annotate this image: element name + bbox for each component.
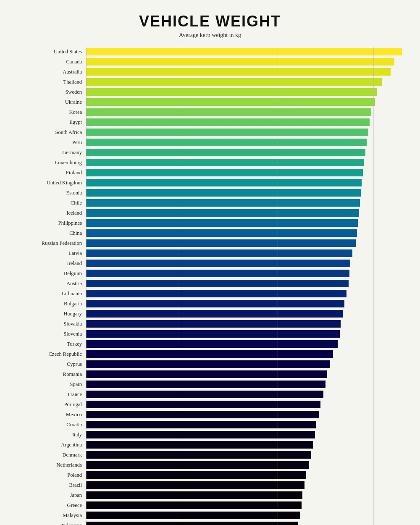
bar-row: Cyprus xyxy=(8,360,412,369)
bar-row: Peru xyxy=(8,138,412,147)
bar xyxy=(86,441,313,449)
bar-row: Canada xyxy=(8,57,412,66)
country-label: Malaysia xyxy=(8,512,86,519)
bar-row: Turkey xyxy=(8,339,412,349)
bar-wrapper xyxy=(86,48,412,55)
country-label: United Kingdom xyxy=(8,180,86,186)
bar xyxy=(86,159,364,166)
bar-wrapper xyxy=(86,320,412,328)
country-label: Japan xyxy=(8,492,86,499)
bar-wrapper xyxy=(86,411,412,418)
bar-wrapper xyxy=(86,249,412,257)
bar xyxy=(86,78,382,86)
country-label: Ukraine xyxy=(8,99,86,105)
bar-wrapper xyxy=(86,391,412,398)
bar-wrapper xyxy=(86,370,412,378)
bar xyxy=(86,239,356,247)
country-label: United States xyxy=(8,49,86,55)
country-label: Philippines xyxy=(8,220,86,226)
bar-row: China xyxy=(8,228,412,238)
bar xyxy=(86,270,349,277)
country-label: Ireland xyxy=(8,260,86,267)
bar xyxy=(86,88,377,96)
bar-wrapper xyxy=(86,350,412,358)
bar-row: Greece xyxy=(8,501,412,510)
bar-wrapper xyxy=(86,199,412,207)
bar xyxy=(86,431,315,438)
country-label: France xyxy=(8,391,86,398)
bar-wrapper xyxy=(86,159,412,166)
bar-wrapper xyxy=(86,179,412,186)
bar-wrapper xyxy=(86,330,412,338)
bar-row: Belgium xyxy=(8,269,412,278)
bar xyxy=(86,219,358,227)
bar-row: Australia xyxy=(8,67,412,76)
country-label: Argentina xyxy=(8,442,86,448)
bar-wrapper xyxy=(86,401,412,408)
bar xyxy=(86,68,391,76)
country-label: Slovakia xyxy=(8,321,86,327)
country-label: Korea xyxy=(8,109,86,116)
bar xyxy=(86,108,371,116)
bar xyxy=(86,149,365,156)
bar xyxy=(86,330,340,338)
bar xyxy=(86,491,302,499)
bar-row: Lithuania xyxy=(8,289,412,298)
bar-row: Czech Republic xyxy=(8,349,412,359)
country-label: Germany xyxy=(8,150,86,156)
bar xyxy=(86,340,338,348)
bar-row: Iceland xyxy=(8,208,412,218)
bar-wrapper xyxy=(86,219,412,227)
bar-row: Japan xyxy=(8,491,412,500)
bar xyxy=(86,58,394,66)
bar xyxy=(86,179,362,186)
country-label: Denmark xyxy=(8,452,86,458)
bar xyxy=(86,189,361,197)
bar-row: Slovakia xyxy=(8,319,412,328)
bar xyxy=(86,169,363,176)
bar-wrapper xyxy=(86,129,412,136)
country-label: South Africa xyxy=(8,129,86,136)
bar-row: Chile xyxy=(8,198,412,207)
bar-wrapper xyxy=(86,139,412,146)
country-label: Romania xyxy=(8,371,86,378)
bar-row: South Africa xyxy=(8,128,412,137)
chart-title: VEHICLE WEIGHT xyxy=(8,13,412,30)
chart-area: United StatesCanadaAustraliaThailandSwed… xyxy=(8,47,412,525)
bar xyxy=(86,381,326,388)
bar-wrapper xyxy=(86,260,412,267)
bar-row: Ukraine xyxy=(8,97,412,107)
bar-wrapper xyxy=(86,512,412,519)
bar-row: Portugal xyxy=(8,400,412,409)
bar-wrapper xyxy=(86,270,412,277)
bar xyxy=(86,48,402,55)
bar xyxy=(86,512,300,519)
country-label: Brazil xyxy=(8,482,86,488)
bar-wrapper xyxy=(86,78,412,86)
bar-wrapper xyxy=(86,491,412,499)
country-label: Austria xyxy=(8,281,86,287)
bar-row: Hungary xyxy=(8,309,412,318)
country-label: Lithuania xyxy=(8,291,86,297)
country-label: Bulgaria xyxy=(8,301,86,307)
bar xyxy=(86,310,343,318)
bar-row: Thailand xyxy=(8,77,412,87)
bar-row: Brazil xyxy=(8,480,412,490)
bar-wrapper xyxy=(86,522,412,525)
bar xyxy=(86,522,298,525)
country-label: Egypt xyxy=(8,119,86,126)
country-label: Finland xyxy=(8,170,86,176)
bar-wrapper xyxy=(86,88,412,96)
bar-wrapper xyxy=(86,451,412,459)
bar xyxy=(86,199,360,207)
country-label: Russian Federation xyxy=(8,240,86,247)
bar-wrapper xyxy=(86,441,412,449)
country-label: Latvia xyxy=(8,250,86,257)
bar xyxy=(86,421,316,428)
bar xyxy=(86,118,370,126)
country-label: Mexico xyxy=(8,412,86,418)
bar-row: Spain xyxy=(8,380,412,389)
country-label: Netherlands xyxy=(8,462,86,468)
bar-wrapper xyxy=(86,98,412,106)
country-label: Peru xyxy=(8,139,86,146)
